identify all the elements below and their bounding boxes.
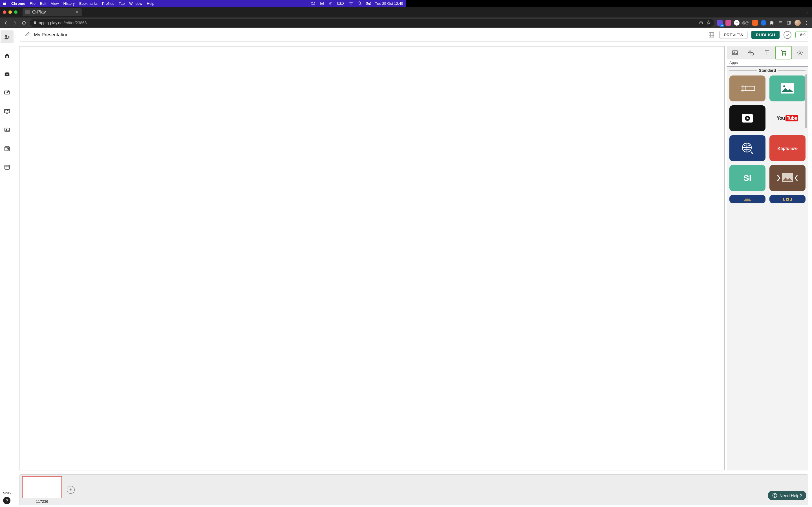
rename-icon[interactable]: [25, 32, 30, 38]
rail-item-editor[interactable]: [1, 86, 13, 99]
menu-help[interactable]: Help: [147, 1, 154, 6]
svg-point-8: [369, 4, 370, 4]
rail-item-media[interactable]: [1, 123, 13, 136]
lock-icon: [33, 20, 37, 25]
rail-item-screens[interactable]: [1, 105, 13, 118]
control-center-icon[interactable]: [366, 1, 371, 5]
wifi-icon[interactable]: [349, 1, 354, 5]
tab-title: Q-Play: [32, 10, 46, 15]
menu-profiles[interactable]: Profiles: [102, 1, 114, 6]
rail-expand-icon[interactable]: ›: [15, 35, 16, 39]
svg-point-7: [367, 2, 368, 3]
window-close-button[interactable]: [3, 10, 6, 14]
rail-item-schedule[interactable]: [1, 142, 13, 155]
svg-point-17: [6, 129, 6, 130]
volume-muted-icon[interactable]: [328, 1, 333, 5]
rail-item-calendar[interactable]: [1, 161, 13, 173]
rail-item-library[interactable]: [1, 68, 13, 80]
window-maximize-button[interactable]: [14, 10, 17, 14]
url-text: app.q-play.net/editor/23863: [39, 20, 87, 25]
menu-window[interactable]: Window: [129, 1, 142, 6]
new-tab-button[interactable]: +: [84, 8, 92, 16]
macos-menubar: Chrome File Edit View History Bookmarks …: [0, 0, 406, 7]
chrome-toolbar: app.q-play.net/editor/23863 f? NEW ⋮: [0, 17, 406, 28]
chrome-tab-strip: ▭ Q-Play ✕ + ⌄: [0, 7, 406, 17]
menu-edit[interactable]: Edit: [40, 1, 46, 6]
address-bar[interactable]: app.q-play.net/editor/23863: [30, 19, 406, 27]
rail-item-home[interactable]: [1, 49, 13, 62]
rail-item-admin[interactable]: ›: [1, 31, 13, 43]
menu-bookmarks[interactable]: Bookmarks: [79, 1, 98, 6]
chrome-window: ▭ Q-Play ✕ + ⌄ app.q-play.net/editor/238…: [0, 7, 406, 253]
menu-view[interactable]: View: [51, 1, 59, 6]
svg-point-4: [358, 2, 361, 4]
presentation-title[interactable]: My Presentation: [34, 32, 68, 38]
left-nav-rail: › 5295 ?: [0, 28, 14, 253]
window-controls: [3, 10, 17, 14]
menu-history[interactable]: History: [63, 1, 74, 6]
triangle-icon[interactable]: [320, 1, 324, 5]
menu-file[interactable]: File: [30, 1, 36, 6]
browser-tab[interactable]: ▭ Q-Play ✕: [22, 8, 82, 16]
creative-cloud-icon[interactable]: [311, 1, 316, 5]
nav-forward-button[interactable]: [12, 20, 18, 26]
battery-charging-icon[interactable]: [337, 1, 345, 5]
spotlight-search-icon[interactable]: [357, 1, 362, 6]
svg-point-12: [8, 37, 9, 38]
canvas-area: [19, 46, 406, 253]
menu-tab[interactable]: Tab: [119, 1, 124, 6]
menubar-clock[interactable]: Tue 25 Oct 12.45: [375, 1, 403, 6]
apple-menu-icon[interactable]: [3, 1, 7, 5]
app-page: › 5295 ?: [0, 28, 406, 253]
tab-favicon-icon: ▭: [26, 10, 30, 14]
svg-point-3: [351, 4, 351, 5]
svg-point-11: [5, 35, 7, 37]
document-toolbar: My Presentation PREVIEW PUBLISH 16:9: [20, 28, 406, 42]
window-minimize-button[interactable]: [8, 10, 12, 14]
menubar-app-name[interactable]: Chrome: [11, 1, 25, 6]
nav-reload-button[interactable]: [21, 20, 27, 26]
tab-close-icon[interactable]: ✕: [75, 10, 79, 14]
nav-back-button[interactable]: [3, 20, 9, 26]
svg-rect-2: [344, 3, 344, 4]
slide-canvas[interactable]: [19, 46, 406, 253]
